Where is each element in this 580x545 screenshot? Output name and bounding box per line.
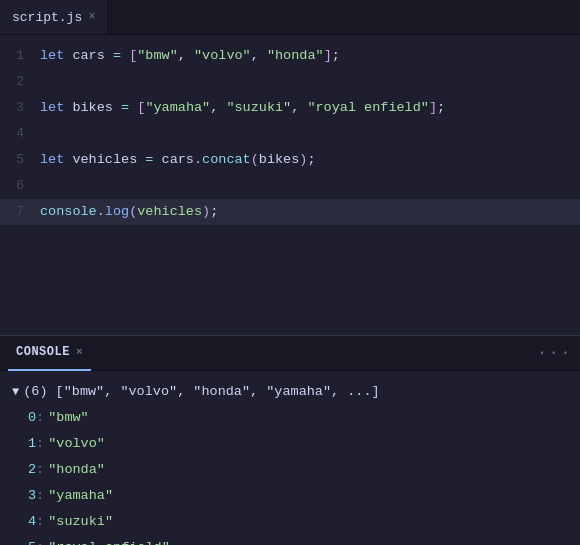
line-content-3: let bikes = ["yamaha", "suzuki", "royal … xyxy=(40,95,445,121)
console-index-3: 3: xyxy=(12,483,44,509)
code-line-5: 5 let vehicles = cars.concat(bikes); xyxy=(0,147,580,173)
console-tab-close-icon[interactable]: × xyxy=(76,346,83,358)
console-tab-bar: CONSOLE × ··· xyxy=(0,336,580,371)
line-content-5: let vehicles = cars.concat(bikes); xyxy=(40,147,316,173)
console-value-1: "volvo" xyxy=(48,431,105,457)
console-panel: CONSOLE × ··· ▼ (6) ["bmw", "volvo", "ho… xyxy=(0,335,580,545)
tab-close-icon[interactable]: × xyxy=(88,10,95,24)
console-item-3: 3: "yamaha" xyxy=(0,483,580,509)
console-value-2: "honda" xyxy=(48,457,105,483)
line-content-1: let cars = ["bmw", "volvo", "honda"]; xyxy=(40,43,340,69)
console-summary-text: (6) ["bmw", "volvo", "honda", "yamaha", … xyxy=(23,379,379,405)
code-line-1: 1 let cars = ["bmw", "volvo", "honda"]; xyxy=(0,43,580,69)
console-tab[interactable]: CONSOLE × xyxy=(8,336,91,371)
code-line-6: 6 xyxy=(0,173,580,199)
console-summary-line: ▼ (6) ["bmw", "volvo", "honda", "yamaha"… xyxy=(0,379,580,405)
console-item-0: 0: "bmw" xyxy=(0,405,580,431)
console-index-1: 1: xyxy=(12,431,44,457)
line-content-7: console.log(vehicles); xyxy=(40,199,218,225)
line-number-4: 4 xyxy=(0,121,40,147)
file-tab[interactable]: script.js × xyxy=(0,0,108,34)
console-tab-left: CONSOLE × xyxy=(8,336,91,371)
code-line-4: 4 xyxy=(0,121,580,147)
line-number-5: 5 xyxy=(0,147,40,173)
console-item-1: 1: "volvo" xyxy=(0,431,580,457)
console-more-options[interactable]: ··· xyxy=(537,344,572,362)
line-number-3: 3 xyxy=(0,95,40,121)
line-number-2: 2 xyxy=(0,69,40,95)
console-tab-label: CONSOLE xyxy=(16,345,70,359)
line-number-1: 1 xyxy=(0,43,40,69)
console-index-2: 2: xyxy=(12,457,44,483)
code-editor: 1 let cars = ["bmw", "volvo", "honda"]; … xyxy=(0,35,580,335)
code-line-2: 2 xyxy=(0,69,580,95)
expand-arrow-icon[interactable]: ▼ xyxy=(12,379,19,405)
console-value-4: "suzuki" xyxy=(48,509,113,535)
line-number-6: 6 xyxy=(0,173,40,199)
console-value-5: "royal enfield" xyxy=(48,535,170,545)
line-number-7: 7 xyxy=(0,199,40,225)
console-item-5: 5: "royal enfield" xyxy=(0,535,580,545)
tab-filename: script.js xyxy=(12,10,82,25)
console-output: ▼ (6) ["bmw", "volvo", "honda", "yamaha"… xyxy=(0,371,580,545)
console-value-0: "bmw" xyxy=(48,405,89,431)
tab-bar: script.js × xyxy=(0,0,580,35)
console-item-4: 4: "suzuki" xyxy=(0,509,580,535)
code-line-3: 3 let bikes = ["yamaha", "suzuki", "roya… xyxy=(0,95,580,121)
code-line-7: 7 console.log(vehicles); xyxy=(0,199,580,225)
console-index-4: 4: xyxy=(12,509,44,535)
console-item-2: 2: "honda" xyxy=(0,457,580,483)
console-value-3: "yamaha" xyxy=(48,483,113,509)
console-index-5: 5: xyxy=(12,535,44,545)
console-index-0: 0: xyxy=(12,405,44,431)
